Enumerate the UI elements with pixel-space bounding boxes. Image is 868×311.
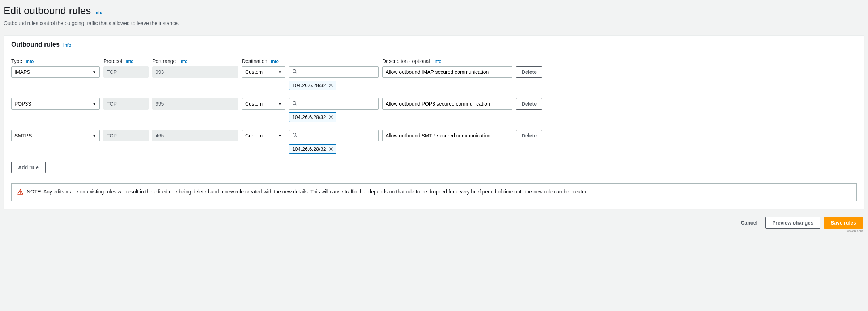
destination-search-input[interactable] bbox=[289, 98, 379, 110]
cidr-token-label: 104.26.6.28/32 bbox=[292, 114, 326, 120]
col-type-info-link[interactable]: Info bbox=[26, 59, 34, 64]
port-field bbox=[152, 98, 238, 110]
delete-rule-button[interactable]: Delete bbox=[516, 130, 542, 141]
protocol-field bbox=[103, 98, 149, 110]
cidr-token: 104.26.6.28/32 bbox=[289, 112, 336, 122]
cancel-button[interactable]: Cancel bbox=[736, 217, 762, 229]
port-field bbox=[152, 66, 238, 78]
credit-text: wsxdn.com bbox=[4, 229, 864, 233]
col-protocol: Protocol Info bbox=[103, 58, 149, 64]
panel-title: Outbound rules bbox=[11, 41, 60, 48]
warning-text: NOTE: Any edits made on existing rules w… bbox=[27, 189, 589, 195]
rule-row: ▼▼104.26.6.28/32Delete bbox=[11, 66, 857, 90]
page-title: Edit outbound rules bbox=[4, 5, 91, 17]
type-select[interactable] bbox=[11, 98, 100, 110]
remove-token-button[interactable] bbox=[329, 115, 333, 119]
add-rule-button[interactable]: Add rule bbox=[11, 162, 46, 173]
cidr-token: 104.26.6.28/32 bbox=[289, 81, 336, 90]
svg-point-13 bbox=[20, 193, 21, 194]
col-description: Description - optional Info bbox=[382, 58, 512, 64]
delete-rule-button[interactable]: Delete bbox=[516, 98, 542, 110]
col-type: Type Info bbox=[11, 58, 100, 64]
col-port-info-link[interactable]: Info bbox=[179, 59, 187, 64]
delete-rule-button[interactable]: Delete bbox=[516, 66, 542, 78]
cidr-token: 104.26.6.28/32 bbox=[289, 144, 336, 154]
col-port: Port range Info bbox=[152, 58, 238, 64]
cidr-token-label: 104.26.6.28/32 bbox=[292, 82, 326, 88]
protocol-field bbox=[103, 130, 149, 141]
protocol-field bbox=[103, 66, 149, 78]
rule-row: ▼▼104.26.6.28/32Delete bbox=[11, 130, 857, 154]
type-select[interactable] bbox=[11, 66, 100, 78]
destination-type-select[interactable] bbox=[242, 98, 285, 110]
col-destination: Destination Info bbox=[242, 58, 285, 64]
save-rules-button[interactable]: Save rules bbox=[824, 217, 863, 229]
preview-changes-button[interactable]: Preview changes bbox=[765, 217, 820, 229]
destination-search-input[interactable] bbox=[289, 66, 379, 78]
page-title-info-link[interactable]: Info bbox=[94, 10, 102, 15]
description-input[interactable] bbox=[382, 98, 512, 110]
col-description-info-link[interactable]: Info bbox=[433, 59, 441, 64]
outbound-rules-panel: Outbound rules Info Type Info Protocol I… bbox=[4, 35, 864, 209]
col-destination-info-link[interactable]: Info bbox=[271, 59, 279, 64]
warning-icon bbox=[17, 189, 23, 196]
col-protocol-info-link[interactable]: Info bbox=[125, 59, 133, 64]
remove-token-button[interactable] bbox=[329, 83, 333, 88]
panel-info-link[interactable]: Info bbox=[63, 43, 71, 48]
cidr-token-label: 104.26.6.28/32 bbox=[292, 146, 326, 152]
description-input[interactable] bbox=[382, 66, 512, 78]
rule-row: ▼▼104.26.6.28/32Delete bbox=[11, 98, 857, 122]
page-subtitle: Outbound rules control the outgoing traf… bbox=[4, 20, 864, 26]
type-select[interactable] bbox=[11, 130, 100, 141]
port-field bbox=[152, 130, 238, 141]
destination-search-input[interactable] bbox=[289, 130, 379, 141]
destination-type-select[interactable] bbox=[242, 130, 285, 141]
destination-type-select[interactable] bbox=[242, 66, 285, 78]
remove-token-button[interactable] bbox=[329, 147, 333, 151]
warning-alert: NOTE: Any edits made on existing rules w… bbox=[11, 183, 857, 201]
description-input[interactable] bbox=[382, 130, 512, 141]
